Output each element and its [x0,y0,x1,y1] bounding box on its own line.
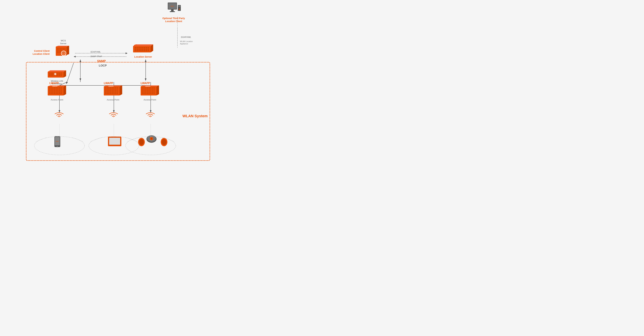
svg-rect-162 [52,91,54,91]
mobile-device-icon: PIVIT [54,136,61,150]
location-server-icon [132,44,154,55]
svg-rect-234 [145,87,146,88]
svg-rect-201 [113,89,114,90]
svg-rect-112 [49,73,50,73]
svg-rect-188 [105,87,106,88]
svg-marker-230 [156,85,159,96]
wcs-server-node: WCS Server [55,39,72,58]
svg-rect-64 [142,49,144,50]
svg-rect-236 [148,87,150,88]
svg-rect-47 [178,6,180,7]
svg-rect-158 [59,89,60,90]
ap-mid-icon: LWAPP [103,85,123,98]
svg-rect-90 [62,50,62,50]
svg-rect-214 [108,92,110,93]
svg-marker-79 [67,46,69,55]
svg-rect-266 [145,93,146,94]
svg-rect-179 [54,93,55,94]
svg-rect-249 [144,91,145,91]
svg-rect-130 [52,75,54,76]
lwapp-right-label: LWAPP [140,82,150,85]
svg-rect-101 [60,52,61,53]
svg-rect-119 [60,73,62,73]
ap-mid-node: LWAPP Access Point [103,85,123,101]
svg-rect-197 [107,89,108,90]
svg-rect-131 [54,75,55,76]
svg-rect-271 [154,93,155,94]
wifi-mid-icon [108,111,119,120]
svg-rect-252 [148,91,150,91]
svg-rect-132 [56,75,57,76]
svg-rect-74 [146,50,147,51]
svg-rect-247 [154,89,155,90]
svg-rect-133 [57,75,58,76]
svg-rect-268 [148,93,150,94]
svg-rect-150 [59,87,60,88]
svg-rect-205 [107,91,108,91]
svg-rect-113 [50,73,52,73]
svg-rect-203 [117,89,118,90]
optional-third-party-node: PIVIT Optional Third Party Location Clie… [162,2,185,23]
svg-rect-175 [60,92,62,93]
svg-rect-145 [50,87,52,88]
svg-rect-269 [150,93,151,94]
svg-point-140 [54,73,56,75]
svg-rect-92 [64,50,66,50]
svg-rect-60 [135,49,136,50]
svg-rect-144 [49,87,50,88]
svg-rect-126 [59,74,60,75]
svg-rect-125 [57,74,58,75]
svg-rect-58 [146,47,147,48]
svg-rect-189 [107,87,108,88]
svg-point-276 [56,146,58,147]
svg-rect-171 [54,92,55,93]
svg-rect-210 [115,91,116,91]
svg-rect-56 [142,47,144,48]
svg-rect-240 [142,89,143,90]
tablet-device-icon [107,136,122,148]
svg-rect-264 [142,93,143,94]
svg-rect-223 [110,93,111,94]
svg-rect-59 [148,47,149,48]
svg-rect-166 [59,91,60,91]
svg-rect-62 [138,49,140,50]
svg-rect-256 [142,92,143,93]
location-server-label: Location Server [134,55,152,58]
svg-rect-81 [57,48,58,49]
svg-rect-206 [108,91,110,91]
svg-rect-182 [59,93,60,94]
svg-rect-211 [117,91,118,91]
svg-rect-257 [144,92,145,93]
control-client-label: Control Client Location Client [33,50,50,56]
svg-rect-259 [147,92,148,93]
svg-rect-149 [57,87,58,88]
svg-rect-209 [113,91,114,91]
svg-rect-219 [117,92,118,93]
wifi-left-icon [53,111,65,120]
svg-rect-68 [135,50,136,51]
svg-rect-213 [107,92,108,93]
svg-rect-163 [54,91,55,91]
svg-rect-242 [145,89,146,90]
svg-rect-63 [140,49,142,50]
svg-rect-94 [58,51,60,52]
svg-rect-148 [56,87,57,88]
svg-marker-5 [74,56,76,58]
svg-text:LWAPP: LWAPP [52,85,58,87]
svg-rect-255 [154,91,155,91]
svg-rect-45 [170,11,175,12]
svg-rect-217 [113,92,114,93]
svg-rect-120 [49,74,50,75]
svg-rect-250 [145,91,146,91]
svg-rect-258 [145,92,146,93]
svg-point-48 [179,9,180,10]
svg-rect-89 [60,50,61,50]
svg-rect-190 [108,87,110,88]
svg-rect-198 [108,89,110,90]
svg-rect-157 [57,89,58,90]
svg-rect-128 [49,75,50,76]
svg-rect-176 [49,93,50,94]
svg-rect-153 [50,89,52,90]
computer-icon: PIVIT [166,2,181,17]
svg-rect-161 [50,91,52,91]
